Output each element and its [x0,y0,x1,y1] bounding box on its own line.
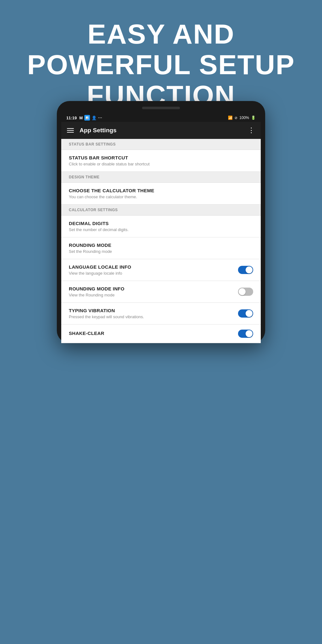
section-header-status-bar: STATUS BAR SETTINGS [61,139,261,150]
phone-frame: 11:19 M 📊 👤 ··· 📶 ⊘ [57,101,265,343]
typing-vibration-toggle[interactable] [238,309,253,318]
setting-item-desc: You can choose the calculator theme. [69,194,253,199]
phone-wrapper: 11:19 M 📊 👤 ··· 📶 ⊘ [19,101,303,644]
setting-item-title: DECIMAL DIGITS [69,221,253,226]
setting-item-desc: Click to enable or disable status bar sh… [69,162,253,166]
app-toolbar: App Settings ⋮ [61,122,261,139]
setting-item-title: LANGUAGE LOCALE INFO [69,264,234,270]
battery-icon: 🔋 [251,116,256,120]
status-bar: 11:19 M 📊 👤 ··· 📶 ⊘ [61,114,261,122]
shake-clear-toggle[interactable] [238,330,253,338]
hamburger-button[interactable] [67,128,74,133]
toggle-thumb [239,288,246,295]
language-locale-toggle[interactable] [238,266,253,274]
phone-speaker [142,107,180,109]
toolbar-title: App Settings [80,127,242,134]
setting-item-desc: Set the Rounding mode [69,249,253,254]
hamburger-line-3 [67,132,74,133]
setting-item-typing-vibration[interactable]: TYPING VIBRATION Pressed the keypad will… [61,303,261,325]
hamburger-line-1 [67,128,74,129]
setting-item-status-bar-shortcut[interactable]: STATUS BAR SHORTCUT Click to enable or d… [61,150,261,172]
setting-item-title: STATUS BAR SHORTCUT [69,155,253,160]
dnd-icon: ⊘ [235,116,237,120]
setting-item-desc: Set the number of decimal digits. [69,227,253,232]
setting-item-title: ROUNDING MODE [69,242,253,248]
setting-item-text: ROUNDING MODE INFO View the Rounding mod… [69,286,234,297]
setting-item-desc: View the Rounding mode [69,293,234,297]
setting-item-decimal-digits[interactable]: DECIMAL DIGITS Set the number of decimal… [61,216,261,237]
setting-item-title: TYPING VIBRATION [69,308,234,313]
settings-inner: STATUS BAR SETTINGS STATUS BAR SHORTCUT … [61,139,261,343]
more-icon: ··· [98,116,102,120]
setting-item-desc: Pressed the keypad will sound vibrations… [69,314,234,319]
settings-content: STATUS BAR SETTINGS STATUS BAR SHORTCUT … [61,139,261,343]
toggle-thumb [246,310,253,317]
setting-item-text: DECIMAL DIGITS Set the number of decimal… [69,221,253,232]
status-time: 11:19 [66,116,77,120]
rounding-mode-info-toggle[interactable] [238,288,253,296]
section-header-design-theme: DESIGN THEME [61,172,261,183]
toggle-thumb [246,266,253,273]
hamburger-line-2 [67,130,74,131]
setting-item-desc: View the language locale info [69,271,234,276]
section-header-calculator-settings: CALCULATOR SETTINGS [61,205,261,216]
gmail-icon: M [79,116,83,120]
setting-item-title: SHAKE-CLEAR [69,331,234,336]
setting-item-text: ROUNDING MODE Set the Rounding mode [69,242,253,254]
setting-item-text: TYPING VIBRATION Pressed the keypad will… [69,308,234,319]
hero-title: EASY AND POWERFUL SETUP FUNCTION [25,19,297,110]
setting-item-text: LANGUAGE LOCALE INFO View the language l… [69,264,234,276]
battery-percent: 100% [239,116,249,120]
person-icon: 👤 [92,116,97,120]
setting-item-text: CHOOSE THE CALCULATOR THEME You can choo… [69,188,253,199]
stats-icon: 📊 [84,115,90,121]
status-icons-left: M 📊 👤 ··· [79,115,102,121]
status-right: 📶 ⊘ 100% 🔋 [228,116,256,120]
setting-item-text: STATUS BAR SHORTCUT Click to enable or d… [69,155,253,166]
setting-item-title: ROUNDING MODE INFO [69,286,234,291]
setting-item-rounding-mode-info[interactable]: ROUNDING MODE INFO View the Rounding mod… [61,281,261,303]
setting-item-title: CHOOSE THE CALCULATOR THEME [69,188,253,193]
more-options-button[interactable]: ⋮ [248,126,255,134]
wifi-icon: 📶 [228,116,233,120]
setting-item-calculator-theme[interactable]: CHOOSE THE CALCULATOR THEME You can choo… [61,183,261,205]
setting-item-shake-clear[interactable]: SHAKE-CLEAR [61,325,261,343]
toggle-thumb [246,330,253,337]
setting-item-language-locale-info[interactable]: LANGUAGE LOCALE INFO View the language l… [61,259,261,281]
setting-item-text: SHAKE-CLEAR [69,331,234,337]
status-left: 11:19 M 📊 👤 ··· [66,115,102,121]
setting-item-rounding-mode[interactable]: ROUNDING MODE Set the Rounding mode [61,237,261,259]
